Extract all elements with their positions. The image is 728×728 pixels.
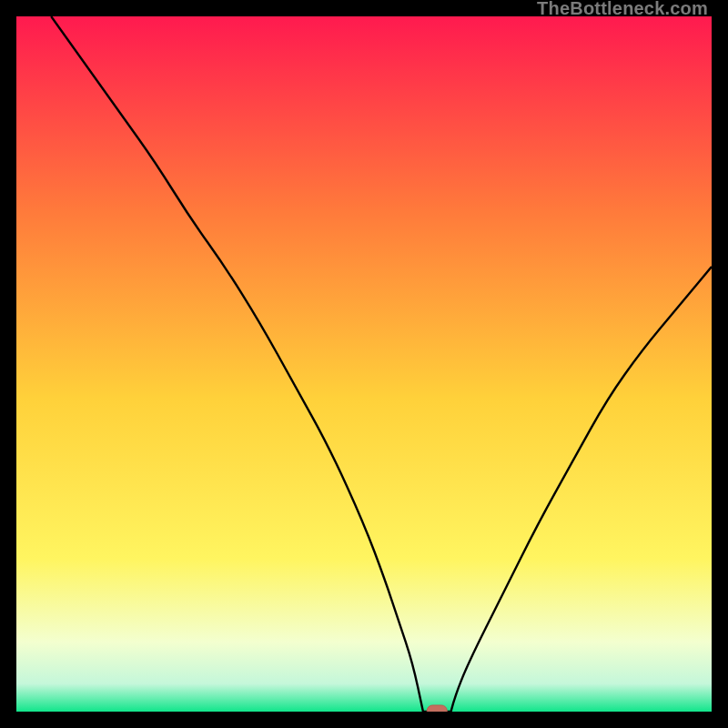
bottleneck-chart xyxy=(16,16,712,712)
outer-frame: TheBottleneck.com xyxy=(0,0,728,728)
optimal-marker xyxy=(427,705,447,712)
gradient-background xyxy=(16,16,712,712)
chart-plot-area xyxy=(16,16,712,712)
